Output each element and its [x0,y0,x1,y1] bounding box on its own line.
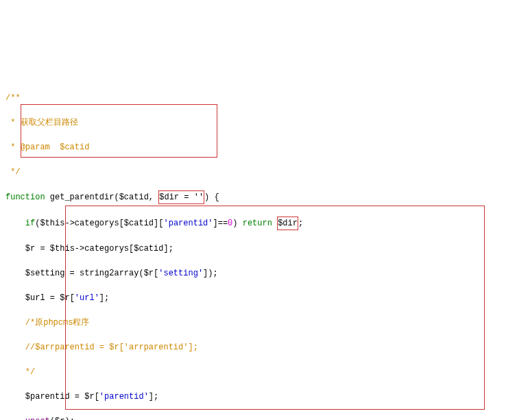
doc-comment-desc: * 获取父栏目路径 [5,116,512,129]
code-line-if-parentid-zero: if($this->categorys[$catid]['parentid']=… [5,217,512,230]
code-line-assign-url: $url = $r['url']; [5,292,512,304]
comment-block1-1: /*原phpcms程序 [5,317,512,329]
code-line-assign-parentid: $parentid = $r['parentid']; [5,391,512,403]
function-signature: function get_parentdir($catid, $dir = ''… [5,190,512,204]
code-line-assign-setting: $setting = string2array($r['setting']); [5,267,512,280]
highlight-box-2 [65,206,485,410]
code-line-assign-r: $r = $this->categorys[$catid]; [5,243,512,255]
doc-comment-open: /** [5,92,512,104]
comment-block1-2: //$arrparentid = $r['arrparentid']; [5,341,512,354]
doc-comment-close: */ [5,166,512,178]
code-line-unset: unset($r); [5,415,512,420]
comment-block1-3: */ [5,366,512,378]
doc-comment-param: * @param $catid [5,141,512,153]
